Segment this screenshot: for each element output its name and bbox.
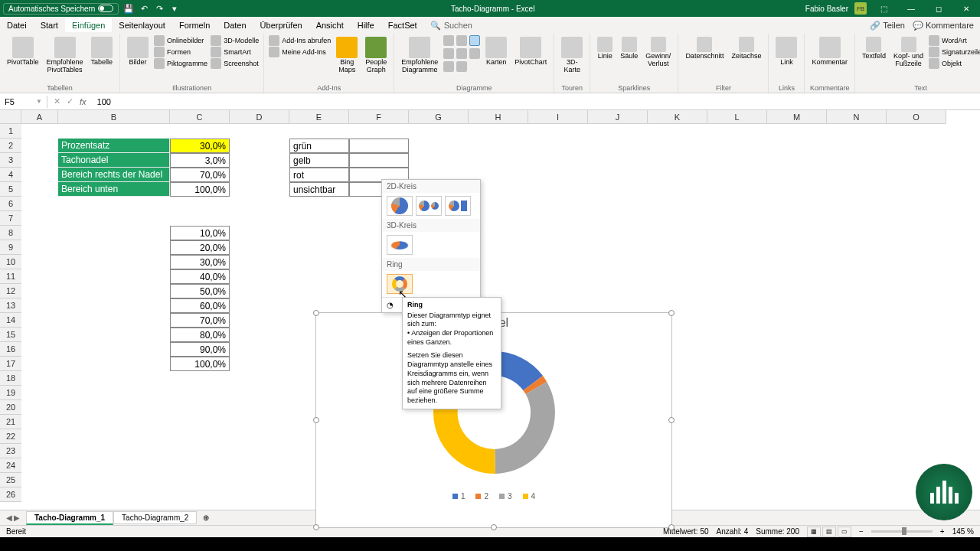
menu-daten[interactable]: Daten	[217, 18, 253, 32]
row-header-18[interactable]: 18	[0, 371, 21, 386]
pie-of-pie-option[interactable]	[416, 196, 442, 216]
zoom-slider[interactable]	[871, 530, 933, 533]
bing-maps-button[interactable]: Bing Maps	[334, 35, 360, 76]
pie-chart-icon[interactable]	[469, 35, 480, 46]
row-header-10[interactable]: 10	[0, 255, 21, 269]
menu-seitenlayout[interactable]: Seitenlayout	[112, 18, 172, 32]
sparkline-winloss-button[interactable]: Gewinn/ Verlust	[643, 35, 673, 70]
cell-C12[interactable]: 50,0%	[170, 284, 230, 298]
screenshot-button[interactable]: Screenshot	[211, 58, 259, 69]
row-header-21[interactable]: 21	[0, 415, 21, 429]
row-header-17[interactable]: 17	[0, 357, 21, 371]
row-header-9[interactable]: 9	[0, 240, 21, 255]
slicer-button[interactable]: Datenschnitt	[683, 35, 726, 62]
cell-C17[interactable]: 100,0%	[170, 357, 230, 371]
row-header-12[interactable]: 12	[0, 284, 21, 298]
minimize-button[interactable]: —	[900, 0, 922, 17]
maps-button[interactable]: Karten	[483, 35, 509, 68]
redo-icon[interactable]: ↷	[154, 3, 165, 14]
col-header-E[interactable]: E	[289, 110, 349, 123]
row-header-7[interactable]: 7	[0, 211, 21, 226]
col-header-C[interactable]: C	[170, 110, 230, 123]
row-header-3[interactable]: 3	[0, 153, 21, 168]
doughnut-option[interactable]	[387, 274, 413, 294]
cell-C9[interactable]: 20,0%	[170, 240, 230, 255]
row-header-26[interactable]: 26	[0, 487, 21, 502]
cell-C16[interactable]: 90,0%	[170, 342, 230, 357]
save-icon[interactable]: 💾	[123, 3, 134, 14]
col-header-I[interactable]: I	[528, 110, 588, 123]
zoom-out-button[interactable]: −	[859, 527, 864, 536]
combo-chart-icon[interactable]	[469, 48, 480, 59]
row-header-25[interactable]: 25	[0, 473, 21, 487]
maximize-button[interactable]: ◻	[928, 0, 949, 17]
col-header-H[interactable]: H	[469, 110, 528, 123]
sparkline-column-button[interactable]: Säule	[618, 35, 640, 62]
row-header-13[interactable]: 13	[0, 298, 21, 313]
share-button[interactable]: 🔗 Teilen	[870, 21, 905, 31]
cell-E3[interactable]: gelb	[289, 153, 349, 168]
cell-C14[interactable]: 70,0%	[170, 313, 230, 328]
comments-button[interactable]: 💬 Kommentare	[913, 21, 974, 31]
cell-C13[interactable]: 60,0%	[170, 298, 230, 313]
cell-C5[interactable]: 100,0%	[170, 182, 230, 197]
col-header-L[interactable]: L	[707, 110, 767, 123]
cell-B3[interactable]: Tachonadel	[58, 153, 170, 168]
wordart-button[interactable]: WordArt	[929, 35, 980, 46]
user-name[interactable]: Fabio Basler	[805, 5, 848, 13]
get-addins-button[interactable]: Add-Ins abrufen	[269, 35, 331, 46]
formula-input[interactable]: 100	[93, 96, 980, 108]
pivottable-button[interactable]: PivotTable	[5, 35, 41, 68]
row-header-20[interactable]: 20	[0, 400, 21, 415]
menu-start[interactable]: Start	[34, 18, 65, 32]
cell-E4[interactable]: rot	[289, 168, 349, 182]
line-chart-icon[interactable]	[456, 35, 467, 46]
my-addins-button[interactable]: Meine Add-Ins	[269, 47, 331, 57]
chart-legend[interactable]: 1 2 3 4	[316, 489, 671, 504]
cell-C3[interactable]: 3,0%	[170, 153, 230, 168]
online-pictures-button[interactable]: Onlinebilder	[154, 35, 207, 46]
object-button[interactable]: Objekt	[929, 58, 980, 69]
menu-einfuegen[interactable]: Einfügen	[65, 18, 112, 32]
col-header-J[interactable]: J	[588, 110, 648, 123]
user-avatar[interactable]: FB	[854, 2, 867, 15]
menu-ansicht[interactable]: Ansicht	[309, 18, 351, 32]
autosave-toggle[interactable]: Automatisches Speichern	[3, 3, 119, 15]
sparkline-line-button[interactable]: Linie	[595, 35, 615, 62]
3d-models-button[interactable]: 3D-Modelle	[211, 35, 259, 46]
map-chart-icon[interactable]	[443, 61, 454, 72]
menu-ueberpruefen[interactable]: Überprüfen	[253, 18, 309, 32]
pivotchart-button[interactable]: PivotChart	[512, 35, 549, 68]
cancel-formula-icon[interactable]: ✕	[54, 96, 60, 106]
textbox-button[interactable]: Textfeld	[860, 35, 888, 62]
row-header-6[interactable]: 6	[0, 197, 21, 211]
cell-C2[interactable]: 30,0%	[170, 139, 230, 153]
row-header-1[interactable]: 1	[0, 124, 21, 139]
cell-B5[interactable]: Bereich unten	[58, 182, 170, 197]
col-header-D[interactable]: D	[230, 110, 289, 123]
row-header-4[interactable]: 4	[0, 168, 21, 182]
page-break-button[interactable]: ▭	[838, 527, 851, 537]
pie-3d-option[interactable]	[387, 235, 413, 255]
row-header-16[interactable]: 16	[0, 342, 21, 357]
normal-view-button[interactable]: ▦	[807, 527, 821, 537]
signature-button[interactable]: Signaturzeile	[929, 47, 980, 57]
bar-of-pie-option[interactable]	[445, 196, 471, 216]
bar-chart-icon[interactable]	[443, 35, 454, 46]
scatter-chart-icon[interactable]	[456, 48, 467, 59]
ribbon-options-icon[interactable]: ⬚	[873, 0, 894, 17]
col-header-K[interactable]: K	[648, 110, 707, 123]
people-graph-button[interactable]: People Graph	[363, 35, 389, 76]
cell-C4[interactable]: 70,0%	[170, 168, 230, 182]
col-header-G[interactable]: G	[409, 110, 469, 123]
cell-C11[interactable]: 40,0%	[170, 269, 230, 284]
row-header-19[interactable]: 19	[0, 386, 21, 400]
3d-map-button[interactable]: 3D- Karte	[559, 35, 585, 76]
qat-more-icon[interactable]: ▾	[169, 3, 180, 14]
pie-2d-option[interactable]	[387, 196, 413, 216]
menu-formeln[interactable]: Formeln	[172, 18, 217, 32]
menu-factset[interactable]: FactSet	[381, 18, 424, 32]
row-header-8[interactable]: 8	[0, 226, 21, 240]
row-header-11[interactable]: 11	[0, 269, 21, 284]
cell-E5[interactable]: unsichtbar	[289, 182, 349, 197]
